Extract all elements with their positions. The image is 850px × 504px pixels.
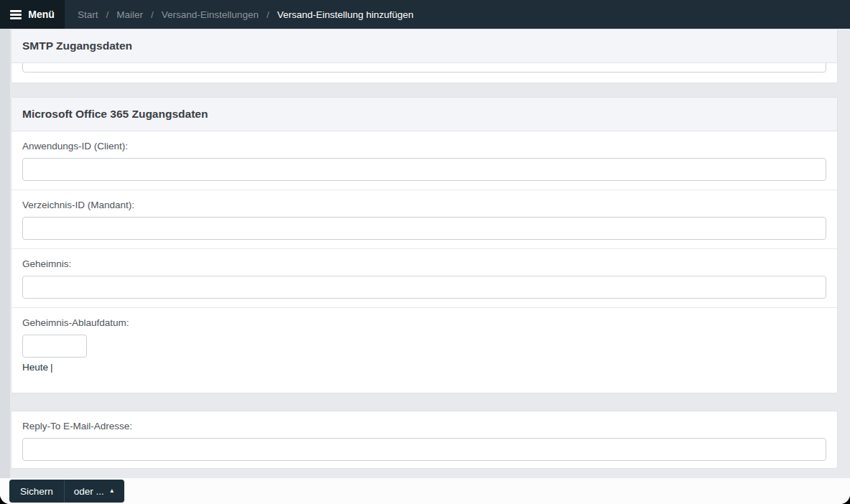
anwendungs-id-label: Anwendungs-ID (Client): <box>22 140 826 153</box>
reply-to-input[interactable] <box>22 438 826 461</box>
breadcrumb-versand-einstellungen[interactable]: Versand-Einstellungen <box>162 9 259 20</box>
hamburger-icon <box>10 10 22 19</box>
verzeichnis-id-input[interactable] <box>22 217 826 240</box>
verzeichnis-id-label: Verzeichnis-ID (Mandant): <box>22 199 826 212</box>
form-group-geheimnis-ablaufdatum: Geheimnis-Ablaufdatum: Heute| <box>11 307 837 393</box>
heute-link[interactable]: Heute <box>22 362 48 373</box>
panel-smtp-title: SMTP Zugangsdaten <box>11 29 837 63</box>
date-shortcut-separator: | <box>50 362 53 373</box>
geheimnis-input[interactable] <box>22 276 826 299</box>
save-or-label: oder ... <box>74 486 104 497</box>
form-group-geheimnis: Geheimnis: <box>11 248 837 307</box>
form-group-anwendungs-id: Anwendungs-ID (Client): <box>11 131 837 190</box>
menu-toggle-label: Menü <box>28 9 55 20</box>
save-button-group: Sichern oder ... ▲ <box>9 480 124 503</box>
breadcrumb-separator: / <box>151 9 154 20</box>
date-shortcuts: Heute| <box>22 362 826 373</box>
panel-office365-title: Microsoft Office 365 Zugangsdaten <box>11 98 837 131</box>
left-scrollbar-track[interactable] <box>0 29 10 478</box>
panel-smtp-zugangsdaten: SMTP Zugangsdaten <box>11 29 838 83</box>
top-navbar: Menü Start / Mailer / Versand-Einstellun… <box>0 0 850 29</box>
form-group-verzeichnis-id: Verzeichnis-ID (Mandant): <box>11 190 837 248</box>
breadcrumb-start[interactable]: Start <box>78 9 98 20</box>
caret-up-icon: ▲ <box>109 488 115 494</box>
footer-action-bar: Sichern oder ... ▲ <box>0 478 850 504</box>
save-or-dropdown-button[interactable]: oder ... ▲ <box>64 480 124 503</box>
geheimnis-label: Geheimnis: <box>22 258 826 271</box>
geheimnis-ablaufdatum-label: Geheimnis-Ablaufdatum: <box>22 317 826 330</box>
reply-to-label: Reply-To E-Mail-Adresse: <box>22 420 826 433</box>
anwendungs-id-input[interactable] <box>22 158 826 181</box>
breadcrumb: Start / Mailer / Versand-Einstellungen /… <box>65 0 414 29</box>
panel-smtp-clipped-body <box>11 63 837 83</box>
breadcrumb-current-page: Versand-Einstellung hinzufügen <box>277 9 414 20</box>
panel-reply-to: Reply-To E-Mail-Adresse: <box>11 411 838 469</box>
app-window: Menü Start / Mailer / Versand-Einstellun… <box>0 0 850 504</box>
panel-office365-zugangsdaten: Microsoft Office 365 Zugangsdaten Anwend… <box>11 97 838 393</box>
smtp-partial-input[interactable] <box>22 63 826 73</box>
save-button[interactable]: Sichern <box>9 480 64 503</box>
geheimnis-ablaufdatum-input[interactable] <box>22 335 87 358</box>
form-group-reply-to: Reply-To E-Mail-Adresse: <box>11 411 837 468</box>
breadcrumb-separator: / <box>267 9 269 20</box>
breadcrumb-mailer[interactable]: Mailer <box>116 9 143 20</box>
menu-toggle-button[interactable]: Menü <box>0 0 65 29</box>
breadcrumb-separator: / <box>106 9 109 20</box>
